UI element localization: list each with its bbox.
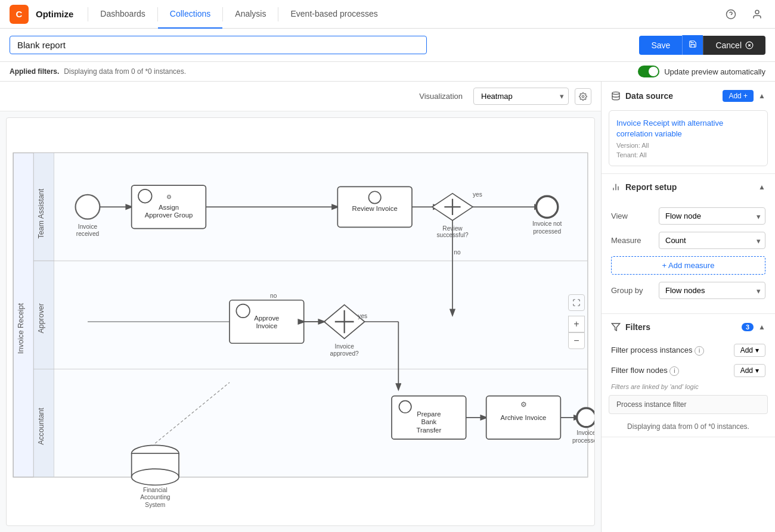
bpmn-diagram[interactable]: Invoice Receipt Team Assistant Approver … — [6, 117, 595, 526]
data-source-title: Data source — [625, 91, 718, 101]
filter-instances-add-chevron: ▾ — [755, 346, 759, 354]
user-icon[interactable] — [749, 6, 765, 23]
datasource-tenant: Tenant: All — [616, 151, 760, 158]
nav-right-area — [723, 6, 765, 23]
svg-text:Approver: Approver — [37, 303, 45, 334]
save-cancel-group: Save Cancel — [639, 35, 765, 55]
right-panel: Data source Add + ▲ Invoice Receipt with… — [601, 82, 775, 532]
data-source-add-button[interactable]: Add + — [723, 90, 754, 102]
bpmn-svg: Invoice Receipt Team Assistant Approver … — [7, 118, 594, 525]
save-icon-button[interactable] — [682, 35, 703, 55]
view-select[interactable]: Flow node — [659, 207, 765, 225]
svg-text:received: received — [76, 231, 100, 237]
svg-point-2 — [755, 10, 759, 14]
data-source-chevron: ▲ — [758, 92, 765, 100]
nav-collections[interactable]: Collections — [158, 0, 222, 29]
svg-text:Prepare: Prepare — [417, 410, 441, 418]
svg-text:Invoice: Invoice — [335, 343, 355, 350]
update-preview-toggle: Update preview automatically — [638, 66, 765, 77]
svg-text:Invoice not: Invoice not — [532, 220, 562, 227]
add-measure-row: + Add measure — [611, 256, 765, 275]
svg-text:Approve: Approve — [254, 315, 279, 322]
save-button[interactable]: Save — [639, 36, 682, 55]
add-measure-button[interactable]: + Add measure — [611, 256, 765, 275]
svg-text:Financial: Financial — [143, 487, 168, 493]
filters-header[interactable]: Filters 3 ▲ — [602, 314, 775, 340]
filters-badge: 3 — [742, 323, 754, 331]
filter-nodes-add-chevron: ▾ — [755, 366, 759, 375]
svg-text:⚙: ⚙ — [166, 194, 172, 200]
data-source-section: Data source Add + ▲ Invoice Receipt with… — [602, 82, 775, 174]
svg-text:Review Invoice: Review Invoice — [352, 205, 398, 212]
filter-nodes-row: Filter flow nodes i Add ▾ — [602, 360, 775, 381]
fit-to-screen-icon[interactable] — [568, 294, 585, 311]
filter-instances-add-button[interactable]: Add ▾ — [734, 344, 765, 357]
filters-section: Filters 3 ▲ Filter process instances i A… — [602, 314, 775, 437]
app-logo: C — [10, 5, 29, 24]
zoom-in-button[interactable]: + — [568, 316, 585, 332]
nav-event-based[interactable]: Event-based processes — [278, 0, 389, 29]
app-name: Optimize — [36, 9, 73, 19]
nav-analysis[interactable]: Analysis — [223, 0, 278, 29]
filter-nodes-info: i — [669, 366, 679, 376]
bpmn-canvas[interactable]: Invoice Receipt Team Assistant Approver … — [0, 111, 601, 532]
filters-chevron: ▲ — [758, 323, 765, 331]
report-setup-header[interactable]: Report setup ▲ — [602, 174, 775, 200]
report-header: Save Cancel — [0, 29, 775, 62]
svg-text:Invoice: Invoice — [256, 322, 277, 329]
svg-text:no: no — [454, 249, 461, 256]
report-setup-body: View Flow node Measure Count — [602, 200, 775, 313]
group-by-label: Group by — [611, 286, 659, 295]
svg-text:Accounting: Accounting — [140, 494, 170, 500]
svg-text:Team Assistant: Team Assistant — [37, 188, 45, 238]
svg-text:Approver Group: Approver Group — [145, 211, 193, 219]
group-by-row: Group by Flow nodes — [611, 282, 765, 299]
svg-point-42 — [537, 196, 558, 217]
svg-text:Accountant: Accountant — [37, 407, 45, 445]
svg-point-6 — [582, 95, 584, 98]
filter-display-text: Displaying data from 0 of *0 instances. — [64, 67, 186, 76]
filter-chip[interactable]: Process instance filter — [609, 395, 768, 414]
zoom-controls: + − — [568, 294, 585, 349]
svg-point-19 — [76, 195, 100, 219]
svg-text:⚙: ⚙ — [520, 400, 527, 409]
view-row: View Flow node — [611, 207, 765, 225]
svg-text:Invoice: Invoice — [78, 223, 98, 230]
report-setup-chevron: ▲ — [758, 183, 765, 191]
svg-point-79 — [132, 469, 179, 485]
zoom-out-button[interactable]: − — [568, 332, 585, 349]
measure-select[interactable]: Count — [659, 232, 765, 249]
top-navigation: C Optimize Dashboards Collections Analys… — [0, 0, 775, 29]
filter-nodes-add-button[interactable]: Add ▾ — [734, 364, 765, 377]
svg-text:Assign: Assign — [159, 204, 179, 211]
content-area: Visualization Heatmap — [0, 82, 775, 532]
chart-icon — [611, 182, 621, 192]
help-icon[interactable] — [723, 6, 739, 23]
svg-rect-47 — [230, 300, 304, 344]
filter-instances-info: i — [695, 346, 704, 356]
nav-dashboards[interactable]: Dashboards — [88, 0, 157, 29]
svg-text:Bank: Bank — [421, 418, 436, 425]
viz-select[interactable]: Heatmap — [473, 88, 569, 105]
data-source-header[interactable]: Data source Add + ▲ — [602, 82, 775, 110]
preview-toggle[interactable] — [638, 66, 659, 77]
cancel-button[interactable]: Cancel — [703, 36, 765, 55]
report-setup-title: Report setup — [625, 182, 754, 192]
report-title-input[interactable] — [10, 36, 427, 54]
filter-instances-label: Filter process instances i — [611, 346, 729, 356]
measure-label: Measure — [611, 236, 659, 245]
svg-text:processed: processed — [533, 228, 561, 235]
viz-label: Visualization — [419, 92, 463, 101]
view-select-wrap: Flow node — [659, 207, 765, 225]
svg-text:processed: processed — [572, 437, 594, 444]
datasource-version: Version: All — [616, 142, 760, 149]
svg-text:Invoice: Invoice — [576, 430, 594, 436]
svg-marker-88 — [612, 323, 619, 331]
svg-point-74 — [577, 408, 594, 427]
database-icon — [611, 91, 621, 101]
view-label: View — [611, 211, 659, 220]
applied-filters-label: Applied filters. — [10, 67, 59, 76]
group-by-select[interactable]: Flow nodes — [659, 282, 765, 299]
viz-settings-icon[interactable] — [575, 88, 591, 105]
svg-text:yes: yes — [473, 191, 482, 198]
